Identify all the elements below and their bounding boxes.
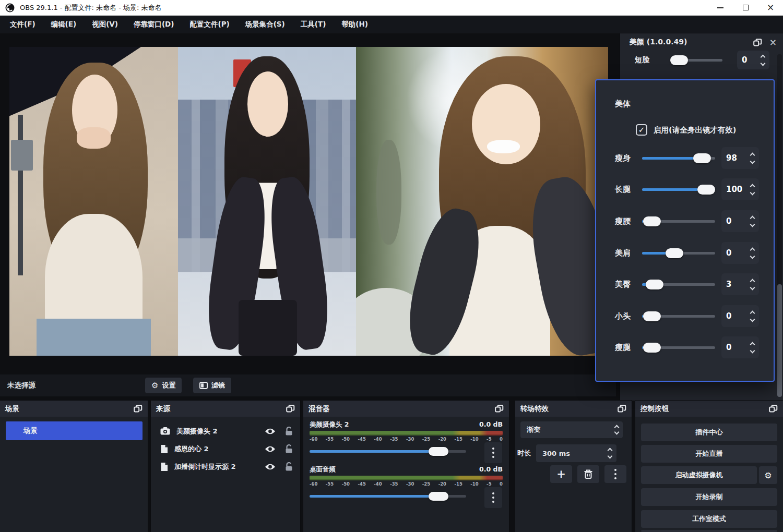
- spin-up-icon[interactable]: [750, 184, 755, 189]
- volume-slider[interactable]: [310, 490, 466, 502]
- face-slider-valuebox[interactable]: 0: [737, 51, 769, 69]
- spin-down-icon[interactable]: [761, 61, 766, 66]
- spin-up-icon[interactable]: [761, 54, 766, 59]
- properties-button[interactable]: ⚙ 设置: [145, 378, 182, 393]
- studio-mode-button[interactable]: 工作室模式: [641, 510, 777, 528]
- menu-item[interactable]: 视图(V): [84, 16, 126, 33]
- slider-valuebox[interactable]: 0: [721, 305, 759, 327]
- transition-select[interactable]: 渐变: [520, 421, 623, 438]
- menu-item[interactable]: 帮助(H): [334, 16, 376, 33]
- popout-icon[interactable]: [495, 405, 504, 413]
- plugin-center-button[interactable]: 插件中心: [641, 424, 777, 441]
- slider-valuebox[interactable]: 3: [721, 273, 759, 295]
- slider-handle[interactable]: [643, 343, 661, 353]
- visibility-eye-icon[interactable]: [265, 463, 276, 470]
- spin-up-icon[interactable]: [608, 448, 613, 453]
- slider-valuebox[interactable]: 0: [721, 336, 759, 358]
- spin-down-icon[interactable]: [750, 317, 755, 322]
- visibility-eye-icon[interactable]: [265, 428, 276, 435]
- source-list-item[interactable]: 美颜摄像头 2: [151, 422, 300, 440]
- gear-icon: ⚙: [151, 381, 158, 390]
- lock-icon[interactable]: [285, 427, 293, 436]
- spin-down-icon[interactable]: [750, 190, 755, 195]
- duration-input[interactable]: 300 ms: [536, 444, 616, 462]
- spin-down-icon[interactable]: [750, 348, 755, 353]
- slider-handle[interactable]: [643, 216, 661, 226]
- shoulders-slider[interactable]: [642, 252, 715, 255]
- start-virtual-camera-button[interactable]: 启动虚拟摄像机: [641, 466, 757, 484]
- slider-handle[interactable]: [666, 248, 683, 258]
- slider-handle[interactable]: [693, 153, 711, 163]
- slim-waist-slider[interactable]: [642, 220, 715, 223]
- volume-slider[interactable]: [310, 445, 466, 457]
- slider-handle[interactable]: [646, 280, 663, 289]
- source-list-item[interactable]: 加播倒计时显示源 2: [151, 458, 300, 475]
- slider-valuebox[interactable]: 0: [721, 242, 759, 264]
- text-source-icon: [160, 444, 168, 454]
- popout-icon[interactable]: [286, 405, 295, 413]
- menu-item[interactable]: 工具(T): [293, 16, 334, 33]
- spin-down-icon[interactable]: [608, 454, 613, 459]
- menu-item[interactable]: 文件(F): [2, 16, 43, 33]
- slider-handle[interactable]: [643, 311, 661, 321]
- minimize-button[interactable]: [708, 0, 733, 15]
- spin-down-icon[interactable]: [750, 253, 755, 259]
- slider-valuebox[interactable]: 98: [721, 147, 759, 169]
- popout-icon[interactable]: [134, 405, 143, 413]
- virtual-camera-config-button[interactable]: ⚙: [759, 466, 777, 484]
- lock-icon[interactable]: [285, 462, 293, 471]
- source-toolbar: 未选择源 ⚙ 设置 滤镜: [0, 374, 616, 396]
- small-head-slider[interactable]: [642, 315, 715, 318]
- close-icon: ×: [767, 3, 774, 12]
- source-list-item[interactable]: 感恩的心 2: [151, 440, 300, 457]
- scene-list-item[interactable]: 场景: [6, 421, 143, 440]
- spin-down-icon[interactable]: [750, 285, 755, 290]
- close-button[interactable]: ×: [758, 0, 783, 15]
- start-recording-button[interactable]: 开始录制: [641, 488, 777, 506]
- volume-slider-handle[interactable]: [429, 492, 448, 501]
- settings-button-partial[interactable]: [641, 530, 777, 532]
- remove-transition-button[interactable]: [577, 465, 599, 483]
- volume-slider-handle[interactable]: [429, 447, 448, 456]
- visibility-eye-icon[interactable]: [265, 445, 276, 453]
- slider-row: 瘦腿 0: [596, 336, 776, 358]
- face-slider-handle[interactable]: [670, 55, 688, 65]
- enable-checkbox[interactable]: ✓: [636, 124, 647, 136]
- menu-item[interactable]: 场景集合(S): [238, 16, 293, 33]
- spin-up-icon[interactable]: [750, 310, 755, 316]
- filters-button[interactable]: 滤镜: [193, 378, 231, 393]
- button-label: 开始直播: [696, 449, 723, 458]
- face-slider[interactable]: [670, 59, 722, 62]
- menu-item[interactable]: 停靠窗口(D): [126, 16, 182, 33]
- spin-up-icon[interactable]: [750, 247, 755, 252]
- hips-slider[interactable]: [642, 283, 715, 286]
- popout-icon[interactable]: [753, 39, 762, 46]
- spin-up-icon[interactable]: [750, 152, 755, 158]
- spin-up-icon[interactable]: [750, 342, 755, 347]
- popout-icon[interactable]: [618, 405, 626, 413]
- slider-handle[interactable]: [697, 185, 715, 195]
- panel-close-icon[interactable]: ×: [769, 37, 777, 47]
- start-streaming-button[interactable]: 开始直播: [641, 445, 777, 463]
- scrollbar-thumb[interactable]: [777, 284, 782, 397]
- popout-icon[interactable]: [769, 405, 778, 413]
- menu-item[interactable]: 编辑(E): [43, 16, 85, 33]
- spin-up-icon[interactable]: [750, 215, 755, 221]
- channel-menu-button[interactable]: [484, 442, 502, 463]
- spin-up-icon[interactable]: [750, 279, 755, 284]
- slider-valuebox[interactable]: 0: [721, 210, 759, 232]
- slim-body-slider[interactable]: [642, 157, 715, 160]
- channel-menu-button[interactable]: [484, 487, 502, 508]
- slim-legs-slider[interactable]: [642, 346, 715, 349]
- menu-item[interactable]: 配置文件(P): [182, 16, 237, 33]
- lock-icon[interactable]: [285, 444, 293, 453]
- spin-down-icon[interactable]: [750, 222, 755, 227]
- long-legs-slider[interactable]: [642, 188, 715, 191]
- db-scale: -60-55-50-45-40-35-30-25-20-15-10-50: [310, 437, 503, 442]
- slider-valuebox[interactable]: 100: [721, 178, 759, 200]
- transition-menu-button[interactable]: [604, 465, 626, 483]
- button-label: 工作室模式: [692, 514, 726, 524]
- maximize-button[interactable]: [733, 0, 758, 15]
- add-transition-button[interactable]: +: [550, 465, 572, 483]
- spin-down-icon[interactable]: [750, 159, 755, 164]
